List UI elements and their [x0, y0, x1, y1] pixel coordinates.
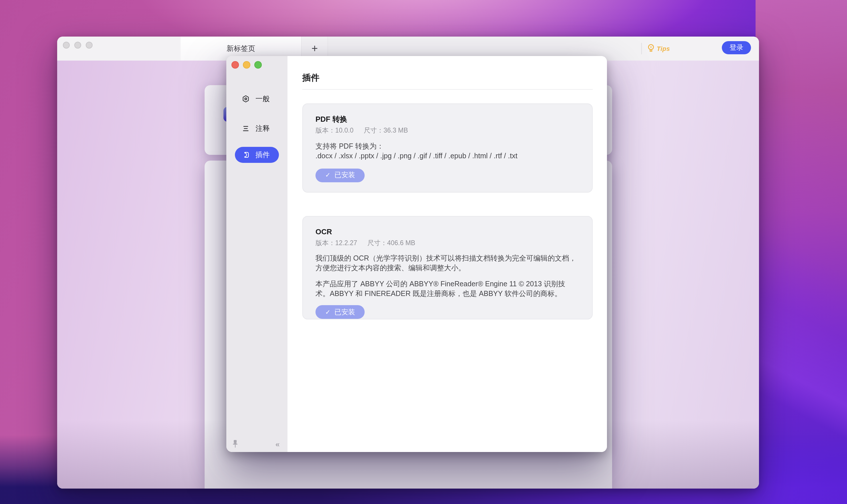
login-label: 登录 [729, 43, 743, 53]
installed-button[interactable]: ✓ 已安装 [316, 168, 365, 182]
plugin-size: 尺寸：36.3 MB [364, 126, 408, 134]
settings-dialog: 一般 注释 插件 « 插件 PDF 转 [226, 56, 607, 452]
plugin-card-ocr: OCR 版本：12.2.27 尺寸：406.6 MB 我们顶级的 OCR（光学字… [302, 216, 593, 320]
plugin-size: 尺寸：406.6 MB [367, 239, 415, 247]
sidebar-collapse-icon[interactable]: « [275, 440, 280, 449]
plugin-name: OCR [316, 228, 579, 237]
login-button[interactable]: 登录 [722, 41, 751, 54]
general-gear-icon [242, 95, 250, 103]
dialog-minimize-button[interactable] [243, 61, 250, 68]
sidebar-item-plugins[interactable]: 插件 [235, 147, 279, 163]
lightbulb-icon [647, 43, 656, 54]
plugin-name: PDF 转换 [316, 115, 579, 124]
window-minimize-button[interactable] [74, 42, 81, 49]
plugin-description-para2: 本产品应用了 ABBYY 公司的 ABBYY® FineReader® Engi… [316, 280, 579, 298]
settings-sidebar: 一般 注释 插件 « [226, 56, 287, 452]
plugin-description-line1: 支持将 PDF 转换为： [316, 142, 579, 151]
window-close-button[interactable] [63, 42, 70, 49]
installed-label: 已安装 [334, 170, 355, 180]
plugin-description-para1: 我们顶级的 OCR（光学字符识别）技术可以将扫描文档转换为完全可编辑的文档，方便… [316, 254, 579, 273]
plugins-panel: 插件 PDF 转换 版本：10.0.0 尺寸：36.3 MB 支持将 PDF 转… [287, 56, 607, 452]
header-divider [302, 89, 593, 90]
titlebar-divider [641, 43, 642, 54]
sidebar-item-label: 插件 [255, 150, 270, 160]
dialog-close-button[interactable] [232, 61, 239, 68]
tab-label: 新标签页 [227, 44, 255, 53]
window-zoom-button[interactable] [86, 42, 93, 49]
plus-icon: + [311, 42, 318, 55]
plugin-card-pdf-convert: PDF 转换 版本：10.0.0 尺寸：36.3 MB 支持将 PDF 转换为：… [302, 104, 593, 193]
page-title: 插件 [302, 72, 593, 83]
plugin-version: 版本：12.2.27 [316, 239, 357, 247]
tips-logo[interactable]: Tips [647, 42, 670, 55]
screen: 新标签页 + Tips 登录 [0, 0, 847, 504]
check-icon: ✓ [325, 309, 330, 315]
sidebar-item-label: 注释 [255, 124, 270, 133]
installed-label: 已安装 [334, 307, 355, 317]
check-icon: ✓ [325, 172, 330, 178]
pushpin-icon[interactable] [232, 439, 239, 448]
plugin-description-line2: .docx / .xlsx / .pptx / .jpg / .png / .g… [316, 151, 579, 161]
annotation-list-icon [242, 125, 250, 132]
installed-button[interactable]: ✓ 已安装 [316, 305, 365, 319]
sidebar-item-label: 一般 [255, 94, 270, 104]
tips-label: Tips [657, 45, 670, 52]
plugin-icon [242, 151, 250, 159]
plugin-version: 版本：10.0.0 [316, 126, 354, 134]
sidebar-item-annotation[interactable]: 注释 [235, 121, 279, 137]
dialog-zoom-button[interactable] [254, 61, 262, 68]
sidebar-item-general[interactable]: 一般 [235, 91, 279, 107]
